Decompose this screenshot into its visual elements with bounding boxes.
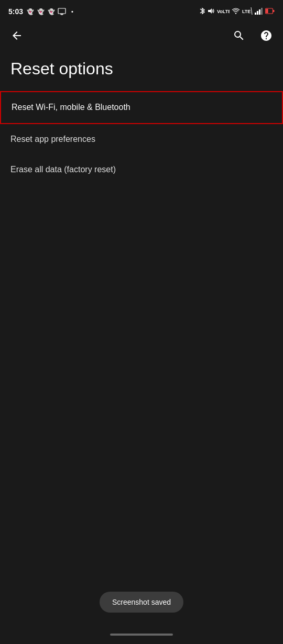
svg-line-7	[251, 7, 252, 15]
time-display: 5:03	[8, 7, 23, 16]
notification-icons: 👻 👻 👻 •	[26, 7, 77, 16]
svg-rect-1	[60, 14, 63, 15]
svg-rect-2	[61, 15, 63, 15]
navigation-bar	[0, 21, 283, 50]
list-container: Reset Wi-Fi, mobile & Bluetooth Reset ap…	[0, 91, 283, 185]
svg-rect-13	[273, 10, 275, 12]
status-bar: 5:03 👻 👻 👻 •	[0, 0, 283, 21]
volte-icon: VoLTE	[217, 7, 230, 16]
bottom-home-indicator[interactable]	[110, 634, 173, 636]
status-right: VoLTE LTE	[199, 7, 275, 17]
nav-right	[228, 25, 277, 46]
svg-rect-0	[58, 8, 66, 14]
svg-point-5	[235, 13, 236, 14]
svg-rect-9	[257, 11, 258, 15]
toast-message: Screenshot saved	[112, 598, 171, 606]
svg-text:LTE: LTE	[242, 9, 251, 14]
svg-marker-3	[208, 8, 212, 14]
svg-text:VoLTE: VoLTE	[217, 9, 230, 14]
list-item-factory-reset[interactable]: Erase all data (factory reset)	[0, 154, 283, 185]
snapchat-icon-3: 👻	[47, 7, 56, 16]
bluetooth-icon	[199, 7, 205, 17]
snapchat-icon-2: 👻	[37, 7, 45, 16]
lte-icon: LTE	[242, 7, 253, 16]
dot-icon: •	[68, 7, 77, 16]
svg-rect-11	[261, 8, 263, 15]
status-left: 5:03 👻 👻 👻 •	[8, 7, 77, 16]
wifi-reset-label: Reset Wi-Fi, mobile & Bluetooth	[12, 103, 130, 112]
svg-rect-10	[259, 9, 260, 15]
screen-record-icon	[58, 7, 66, 16]
screenshot-toast: Screenshot saved	[100, 592, 183, 613]
signal-icon	[255, 7, 263, 16]
factory-reset-label: Erase all data (factory reset)	[10, 165, 116, 174]
snapchat-icon-1: 👻	[26, 7, 35, 16]
wifi-calling-icon	[232, 7, 240, 16]
svg-rect-14	[266, 9, 268, 13]
search-button[interactable]	[228, 25, 249, 46]
list-item-wifi-reset[interactable]: Reset Wi-Fi, mobile & Bluetooth	[0, 91, 283, 124]
page-title-section: Reset options	[0, 50, 283, 91]
app-prefs-label: Reset app preferences	[10, 135, 95, 143]
battery-icon	[265, 7, 275, 16]
help-button[interactable]	[256, 25, 277, 46]
nav-left	[6, 25, 27, 46]
volume-icon	[208, 7, 215, 16]
svg-rect-8	[255, 13, 256, 15]
list-item-app-prefs[interactable]: Reset app preferences	[0, 124, 283, 154]
back-button[interactable]	[6, 25, 27, 46]
page-title: Reset options	[10, 59, 273, 79]
